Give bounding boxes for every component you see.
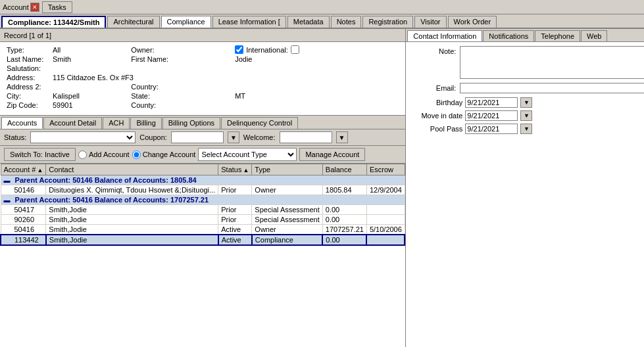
birthday-label: Birthday — [410, 99, 462, 106]
welcome-label: Welcome: — [243, 133, 276, 141]
escrow-cell: 5/10/2006 — [366, 225, 405, 235]
address2-label: Address 2: — [4, 82, 50, 91]
poolpass-input[interactable] — [465, 124, 518, 134]
address-value: 115 Citdazoe Es. Ox #F3 — [50, 73, 401, 82]
owner-checkbox[interactable] — [235, 45, 243, 54]
sub-tab-billing[interactable]: Billing — [130, 117, 161, 129]
email-label: Email: — [410, 83, 456, 92]
sub-tab-billing-options[interactable]: Billing Options — [162, 117, 220, 129]
contact-name: Smith,Jodie — [46, 235, 218, 245]
status-select[interactable] — [30, 131, 136, 143]
right-tab-web[interactable]: Web — [581, 30, 607, 41]
address-label: Address: — [4, 73, 50, 82]
firstname-value: Jodie — [232, 55, 401, 64]
status-cell: Prior — [218, 205, 252, 215]
table-row[interactable]: 113442 Smith,Jodie Active Compliance 0.0… — [1, 235, 405, 245]
col-account[interactable]: Account #▲ — [1, 164, 46, 175]
parent2-label: Parent Account: 50416 Balance of Account… — [15, 196, 209, 204]
account-close-button[interactable]: ✕ — [30, 3, 39, 12]
international-label: International: — [246, 46, 288, 54]
balance-cell: 1805.84 — [322, 185, 366, 195]
switch-inactive-button[interactable]: Switch To: Inactive — [4, 148, 76, 161]
account-num: 50417 — [1, 205, 46, 215]
state-value: MT — [232, 91, 401, 101]
sub-tab-ach[interactable]: ACH — [103, 117, 130, 129]
account-title: Account — [3, 3, 29, 11]
sub-tab-delinquency-control[interactable]: Delinquency Control — [221, 117, 298, 129]
right-tab-notifications[interactable]: Notifications — [483, 30, 534, 41]
account-num: 50146 — [1, 185, 46, 195]
tab-registration[interactable]: Registration — [362, 16, 413, 28]
tab-work-order[interactable]: Work Order — [448, 16, 497, 28]
type-cell: Compliance — [252, 235, 322, 245]
select-account-type[interactable]: Select Account Type — [198, 148, 297, 161]
change-account-label: Change Account — [143, 150, 196, 158]
coupon-btn[interactable]: ▼ — [228, 131, 239, 143]
right-tab-contact-information[interactable]: Contact Information — [407, 30, 482, 41]
col-status[interactable]: Status▲ — [218, 164, 252, 175]
birthday-input[interactable] — [465, 97, 518, 108]
collapse-icon-1[interactable]: ▬ — [4, 177, 11, 184]
status-cell: Active — [218, 225, 252, 235]
zipcode-label: Zip Code: — [4, 101, 50, 110]
parent-account-row-1: ▬ Parent Account: 50146 Balance of Accou… — [1, 175, 405, 185]
email-input[interactable] — [460, 83, 644, 93]
welcome-input[interactable] — [280, 131, 332, 143]
compliance-tab[interactable]: Compliance: 113442/Smith — [1, 16, 106, 28]
contact-name: Smith,Jodie — [46, 225, 218, 235]
owner-label: Owner: — [128, 45, 232, 55]
contact-name: Smith,Jodie — [46, 205, 218, 215]
account-num: 50416 — [1, 225, 46, 235]
birthday-calendar-btn[interactable]: ▼ — [520, 97, 532, 108]
balance-cell: 1707257.21 — [322, 225, 366, 235]
tab-visitor[interactable]: Visitor — [414, 16, 446, 28]
sub-tab-accounts[interactable]: Accounts — [1, 117, 43, 129]
international-checkbox[interactable] — [291, 45, 299, 54]
col-type: Type — [252, 164, 322, 175]
add-account-radio[interactable] — [78, 150, 87, 159]
right-tab-telephone[interactable]: Telephone — [535, 30, 580, 41]
add-account-label: Add Account — [89, 150, 130, 158]
note-label: Note: — [410, 46, 456, 55]
coupon-input[interactable] — [171, 131, 224, 143]
city-value: Kalispell — [50, 91, 128, 101]
sub-tab-account-detail[interactable]: Account Detail — [43, 117, 102, 129]
manage-account-button[interactable]: Manage Account — [299, 148, 365, 161]
tab-notes[interactable]: Notes — [331, 16, 362, 28]
table-row[interactable]: 50146 Disituogies X. Qimmiqt, Tdouu Hsow… — [1, 185, 405, 195]
type-value: All — [50, 45, 128, 55]
welcome-btn[interactable]: ▼ — [336, 131, 348, 143]
change-account-radio[interactable] — [132, 150, 141, 159]
status-cell: Prior — [218, 215, 252, 225]
note-textarea[interactable] — [460, 46, 644, 79]
tab-lease-information[interactable]: Lease Information [ — [212, 16, 286, 28]
firstname-label: First Name: — [128, 55, 232, 64]
table-row[interactable]: 50417 Smith,Jodie Prior Special Assessme… — [1, 205, 405, 215]
tab-metadata[interactable]: Metadata — [287, 16, 330, 28]
balance-cell: 0.00 — [322, 205, 366, 215]
movein-input[interactable] — [465, 110, 518, 121]
status-cell: Prior — [218, 185, 252, 195]
balance-cell: 0.00 — [322, 235, 366, 245]
movein-calendar-btn[interactable]: ▼ — [520, 110, 532, 121]
state-label: State: — [128, 91, 232, 101]
escrow-cell: 12/9/2004 — [366, 185, 405, 195]
col-balance: Balance — [322, 164, 366, 175]
table-row[interactable]: 90260 Smith,Jodie Prior Special Assessme… — [1, 215, 405, 225]
collapse-icon-2[interactable]: ▬ — [4, 197, 11, 204]
table-row[interactable]: 50416 Smith,Jodie Active Owner 1707257.2… — [1, 225, 405, 235]
movein-label: Move in date — [410, 112, 462, 120]
salutation-label: Salutation: — [4, 64, 50, 73]
tab-compliance[interactable]: Compliance — [161, 16, 211, 28]
tab-architectural[interactable]: Architectural — [107, 16, 159, 28]
account-num: 113442 — [1, 235, 46, 245]
tasks-tab[interactable]: Tasks — [42, 1, 72, 13]
escrow-cell — [366, 205, 405, 215]
contact-name: Smith,Jodie — [46, 215, 218, 225]
poolpass-calendar-btn[interactable]: ▼ — [520, 124, 532, 134]
contact-name: Disituogies X. Qimmiqt, Tdouu Hsowet &;D… — [46, 185, 218, 195]
status-cell: Active — [218, 235, 252, 245]
zipcode-value: 59901 — [50, 101, 128, 110]
country-label: Country: — [128, 82, 232, 91]
type-cell: Special Assessment — [252, 215, 322, 225]
